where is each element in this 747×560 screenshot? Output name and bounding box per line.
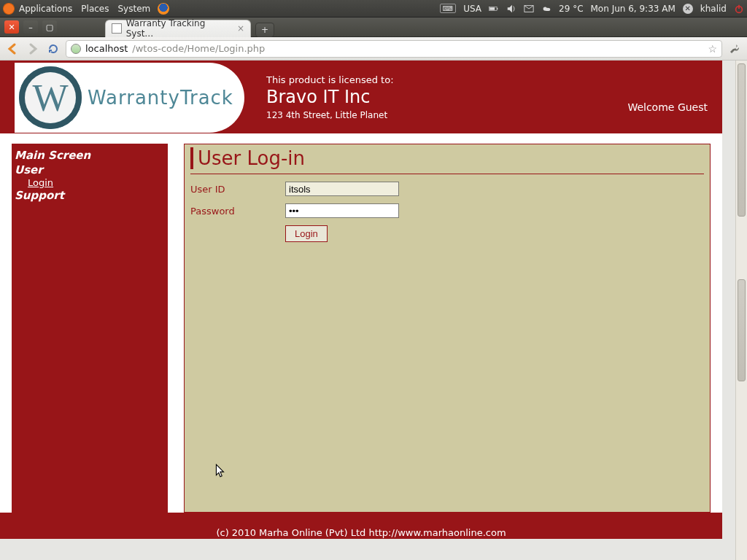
title-divider <box>190 174 704 174</box>
footer-text: (c) 2010 Marha Online (Pvt) Ltd http://w… <box>216 527 506 538</box>
svg-rect-2 <box>489 7 495 10</box>
menu-places[interactable]: Places <box>81 4 109 14</box>
window-close-button[interactable]: ✕ <box>4 20 19 34</box>
browser-tab[interactable]: Warranty Tracking Syst… × <box>105 20 251 37</box>
logo-gear-icon: W <box>19 66 82 129</box>
battery-icon[interactable] <box>489 4 499 14</box>
username[interactable]: khalid <box>700 4 727 14</box>
os-top-panel: Applications Places System ⌨ USA 29 °C M… <box>0 0 747 18</box>
userid-input[interactable] <box>285 182 399 196</box>
power-icon[interactable] <box>734 4 744 14</box>
system-tray: ⌨ USA 29 °C Mon Jun 6, 9:33 AM ✕ khalid <box>440 4 744 14</box>
tab-strip: Warranty Tracking Syst… × + <box>61 18 743 37</box>
mail-icon[interactable] <box>524 4 534 14</box>
window-maximize-button[interactable]: ▢ <box>42 20 57 34</box>
bookmark-star-icon[interactable]: ☆ <box>708 43 717 55</box>
window-minimize-button[interactable]: – <box>23 20 38 34</box>
sidebar-item-main-screen[interactable]: Main Screen <box>12 148 168 163</box>
menu-system[interactable]: System <box>117 4 150 14</box>
address-bar[interactable]: localhost/wtos-code/Home/Login.php ☆ <box>66 40 722 58</box>
svg-point-6 <box>545 7 550 10</box>
back-button[interactable] <box>4 41 20 57</box>
app-footer: (c) 2010 Marha Online (Pvt) Ltd http://w… <box>0 513 722 539</box>
site-identity-icon[interactable] <box>71 44 81 54</box>
window-titlebar: ✕ – ▢ Warranty Tracking Syst… × + <box>0 18 747 37</box>
settings-wrench-button[interactable] <box>727 41 743 57</box>
weather-temp[interactable]: 29 °C <box>559 4 583 14</box>
licensed-address: 123 4th Street, Little Planet <box>266 110 394 120</box>
licensed-company: Bravo IT Inc <box>266 87 394 107</box>
menu-applications[interactable]: Applications <box>19 4 72 14</box>
sidebar: Main Screen User Login Support <box>12 144 168 513</box>
clock[interactable]: Mon Jun 6, 9:33 AM <box>591 4 676 14</box>
sidebar-item-support[interactable]: Support <box>12 188 168 203</box>
password-label: Password <box>190 206 285 217</box>
main-panel: User Log-in User ID Password Login <box>184 144 711 513</box>
keyboard-layout[interactable]: USA <box>463 4 481 14</box>
logo-text: WarrantyTrack <box>88 87 233 109</box>
app-body: Main Screen User Login Support User Log-… <box>0 133 722 513</box>
login-button[interactable]: Login <box>285 225 328 242</box>
sidebar-link-login[interactable]: Login <box>28 177 53 188</box>
url-host: localhost <box>85 43 128 54</box>
app-root: W WarrantyTrack This product is licensed… <box>0 61 722 539</box>
keyboard-indicator[interactable]: ⌨ <box>440 4 456 13</box>
password-input[interactable] <box>285 203 399 218</box>
volume-icon[interactable] <box>506 4 516 14</box>
license-block: This product is licensed to: Bravo IT In… <box>266 74 394 120</box>
welcome-text: Welcome Guest <box>627 101 708 113</box>
panel-menus: Applications Places System <box>19 4 150 14</box>
page-title: User Log-in <box>190 147 704 169</box>
licensed-label: This product is licensed to: <box>266 74 394 85</box>
ubuntu-logo-icon[interactable] <box>3 3 15 15</box>
new-tab-button[interactable]: + <box>255 23 274 37</box>
sidebar-sub-login[interactable]: Login <box>12 177 168 188</box>
browser-toolbar: localhost/wtos-code/Home/Login.php ☆ <box>0 37 747 61</box>
tab-title: Warranty Tracking Syst… <box>126 18 233 39</box>
sidebar-item-user[interactable]: User <box>12 163 168 177</box>
vertical-scrollbar[interactable] <box>735 61 747 560</box>
scrollbar-thumb[interactable] <box>738 279 746 381</box>
svg-rect-1 <box>497 7 498 9</box>
userid-label: User ID <box>190 184 285 195</box>
scrollbar-thumb[interactable] <box>738 63 746 217</box>
weather-icon[interactable] <box>541 4 551 14</box>
reload-button[interactable] <box>45 41 61 57</box>
firefox-icon[interactable] <box>158 3 169 15</box>
tab-favicon-icon <box>112 23 122 34</box>
svg-marker-3 <box>508 4 512 12</box>
app-header: W WarrantyTrack This product is licensed… <box>0 61 722 133</box>
viewport: W WarrantyTrack This product is licensed… <box>0 61 747 560</box>
user-status-icon[interactable]: ✕ <box>683 4 693 14</box>
url-path: /wtos-code/Home/Login.php <box>132 43 265 54</box>
tab-close-icon[interactable]: × <box>237 23 244 34</box>
app-logo: W WarrantyTrack <box>15 63 244 133</box>
forward-button[interactable] <box>25 41 41 57</box>
